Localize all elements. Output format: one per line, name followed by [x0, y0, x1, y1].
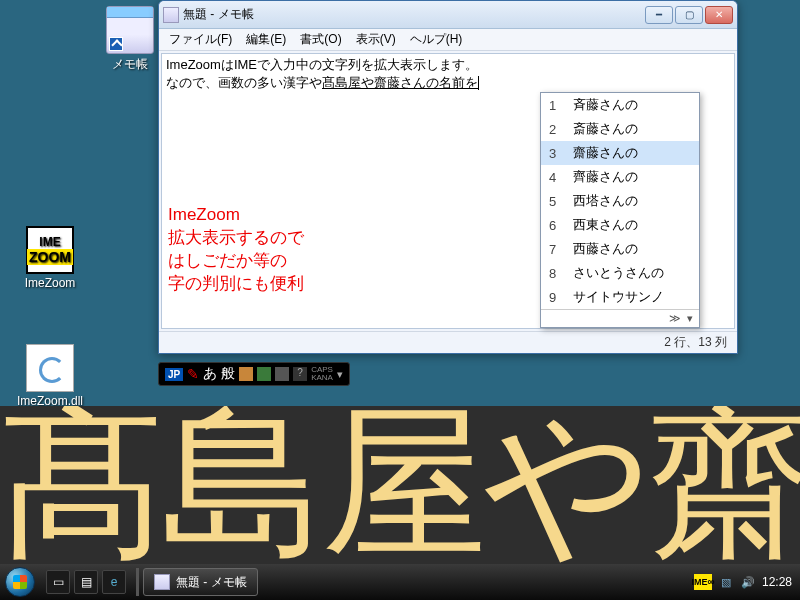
ime-candidate-8[interactable]: 8さいとうさんの: [541, 261, 699, 285]
language-indicator[interactable]: JP: [165, 368, 183, 381]
quick-launch: ▭ ▤ e: [40, 570, 132, 594]
promo-overlay: ImeZoom 拡大表示するので はしごだか等の 字の判別にも便利: [168, 204, 304, 296]
menu-edit[interactable]: 編集(E): [240, 29, 292, 50]
notepad-titlebar-icon: [163, 7, 179, 23]
editor-line2a: なので、画数の多い漢字や: [166, 75, 322, 90]
ime-pad-icon[interactable]: [275, 367, 289, 381]
menu-view[interactable]: 表示(V): [350, 29, 402, 50]
statusbar: 2 行、13 列: [159, 331, 737, 353]
ime-candidate-popup: 1斉藤さんの 2斎藤さんの 3齋藤さんの 4齊藤さんの 5西塔さんの 6西東さん…: [540, 92, 700, 328]
ql-ie-icon[interactable]: e: [102, 570, 126, 594]
system-tray: IME∞ ▧ 🔊 12:28: [686, 574, 800, 590]
ime-caps-indicator: CAPS KANA: [311, 366, 333, 382]
ql-show-desktop[interactable]: ▭: [46, 570, 70, 594]
tray-ime-icon[interactable]: IME∞: [694, 574, 712, 590]
ime-help-icon[interactable]: ?: [293, 367, 307, 381]
ime-dict-icon[interactable]: [257, 367, 271, 381]
taskbar-separator: [136, 568, 139, 596]
desktop-icon-imezoom[interactable]: IMEZOOM ImeZoom: [10, 226, 90, 290]
ime-candidate-3[interactable]: 3齋藤さんの: [541, 141, 699, 165]
desktop-icon-label: ImeZoom: [10, 276, 90, 290]
language-bar[interactable]: JP ✎ あ 般 ? CAPS KANA ▾: [158, 362, 350, 386]
taskbar: ▭ ▤ e 無題 - メモ帳 IME∞ ▧ 🔊 12:28: [0, 564, 800, 600]
windows-orb-icon: [5, 567, 35, 597]
ime-candidate-7[interactable]: 7西藤さんの: [541, 237, 699, 261]
taskbar-item-notepad[interactable]: 無題 - メモ帳: [143, 568, 258, 596]
tray-clock[interactable]: 12:28: [762, 575, 792, 589]
maximize-button[interactable]: ▢: [675, 6, 703, 24]
ime-candidate-2[interactable]: 2斎藤さんの: [541, 117, 699, 141]
notepad-taskbar-icon: [154, 574, 170, 590]
ime-pen-icon[interactable]: ✎: [187, 366, 199, 382]
titlebar[interactable]: 無題 - メモ帳 ━ ▢ ✕: [159, 1, 737, 29]
ime-tool-icon[interactable]: [239, 367, 253, 381]
editor-composition: 髙島屋や齋藤さんの名前を: [322, 75, 478, 90]
langbar-options-icon[interactable]: ▾: [337, 368, 343, 381]
ime-more-icon[interactable]: ≫: [669, 312, 681, 325]
start-button[interactable]: [0, 564, 40, 600]
tray-network-icon[interactable]: ▧: [718, 574, 734, 590]
ime-candidate-4[interactable]: 4齊藤さんの: [541, 165, 699, 189]
menubar: ファイル(F) 編集(E) 書式(O) 表示(V) ヘルプ(H): [159, 29, 737, 51]
ql-switch-windows[interactable]: ▤: [74, 570, 98, 594]
text-cursor: [478, 76, 479, 90]
close-button[interactable]: ✕: [705, 6, 733, 24]
menu-help[interactable]: ヘルプ(H): [404, 29, 469, 50]
dll-icon: [26, 344, 74, 392]
ime-candidate-6[interactable]: 6西東さんの: [541, 213, 699, 237]
imezoom-icon: IMEZOOM: [26, 226, 74, 274]
menu-format[interactable]: 書式(O): [294, 29, 347, 50]
minimize-button[interactable]: ━: [645, 6, 673, 24]
imezoom-overlay: 髙島屋や齋: [0, 406, 800, 564]
window-title: 無題 - メモ帳: [183, 6, 641, 23]
ime-candidate-9[interactable]: 9サイトウサンノ: [541, 285, 699, 309]
notepad-icon: [106, 6, 154, 54]
editor-line1: ImeZoomはIMEで入力中の文字列を拡大表示します。: [166, 57, 478, 72]
ime-candidate-1[interactable]: 1斉藤さんの: [541, 93, 699, 117]
status-position: 2 行、13 列: [664, 334, 727, 351]
ime-scroll-icon[interactable]: ▾: [687, 312, 693, 325]
desktop-icon-dll[interactable]: ImeZoom.dll: [10, 344, 90, 408]
ime-candidate-5[interactable]: 5西塔さんの: [541, 189, 699, 213]
tray-volume-icon[interactable]: 🔊: [740, 574, 756, 590]
menu-file[interactable]: ファイル(F): [163, 29, 238, 50]
ime-input-mode[interactable]: あ 般: [203, 365, 235, 383]
